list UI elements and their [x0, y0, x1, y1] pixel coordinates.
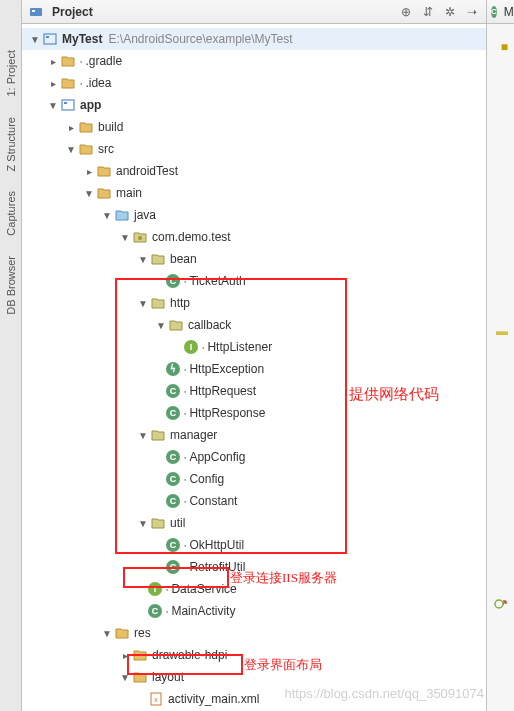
tree-row-idea[interactable]: ▸ ● .idea [22, 72, 486, 94]
svg-rect-3 [46, 36, 49, 38]
tab-db-browser[interactable]: DB Browser [3, 246, 19, 325]
interface-icon: I [184, 340, 198, 354]
project-tab-bar: Project ⊕ ⇵ ✲ ➝ [22, 0, 486, 24]
package-icon [150, 427, 166, 443]
tree-row-mainactivity[interactable]: C ● MainActivity [22, 600, 486, 622]
class-icon: C [166, 560, 180, 574]
svg-point-6 [138, 236, 142, 240]
project-view-icon [28, 4, 44, 20]
chevron-down-icon[interactable]: ▼ [100, 626, 114, 640]
tree-row-package[interactable]: ▼ com.demo.test [22, 226, 486, 248]
chevron-down-icon[interactable]: ▼ [154, 318, 168, 332]
folder-icon [78, 119, 94, 135]
svg-point-9 [495, 600, 503, 608]
chevron-down-icon[interactable]: ▼ [82, 186, 96, 200]
tree-row-httplistener[interactable]: I ● HttpListener [22, 336, 486, 358]
class-icon: C [166, 538, 180, 552]
tab-structure[interactable]: Z Structure [3, 107, 19, 181]
right-editor-strip: C Mai ■ ▬ [486, 0, 514, 711]
chevron-down-icon[interactable]: ▼ [136, 516, 150, 530]
hide-icon[interactable]: ➝ [464, 4, 480, 20]
folder-icon [78, 141, 94, 157]
class-icon: C [166, 450, 180, 464]
annotation-text-login: 登录连接IIS服务器 [230, 569, 337, 587]
class-icon: C [148, 604, 162, 618]
folder-icon [60, 75, 76, 91]
package-icon [132, 229, 148, 245]
target-icon[interactable]: ⊕ [398, 4, 414, 20]
tree-row-build[interactable]: ▸ build [22, 116, 486, 138]
chevron-down-icon[interactable]: ▼ [136, 296, 150, 310]
package-icon [150, 251, 166, 267]
tree-row-manager[interactable]: ▼ manager [22, 424, 486, 446]
gear-icon[interactable]: ✲ [442, 4, 458, 20]
module-icon [42, 31, 58, 47]
chevron-down-icon[interactable]: ▼ [64, 142, 78, 156]
svg-rect-2 [44, 34, 56, 44]
chevron-down-icon[interactable]: ▼ [46, 98, 60, 112]
svg-text:x: x [154, 696, 158, 703]
tree-row-callback[interactable]: ▼ callback [22, 314, 486, 336]
tree-row-src[interactable]: ▼ src [22, 138, 486, 160]
resource-folder-icon [114, 625, 130, 641]
chevron-down-icon[interactable]: ▼ [136, 428, 150, 442]
class-icon: C [166, 494, 180, 508]
vcs-marker-icon[interactable] [494, 597, 508, 611]
tree-row-appconfig[interactable]: C ● AppConfig [22, 446, 486, 468]
tree-row-root[interactable]: ▼ MyTest E:\AndroidSource\example\MyTest [22, 28, 486, 50]
tree-row-http[interactable]: ▼ http [22, 292, 486, 314]
package-icon [150, 295, 166, 311]
chevron-down-icon[interactable]: ▼ [100, 208, 114, 222]
project-name: MyTest [62, 32, 102, 46]
class-icon: C [166, 384, 180, 398]
warning-marker[interactable]: ■ [501, 40, 508, 54]
warning-marker[interactable]: ▬ [496, 324, 508, 338]
tree-row-java[interactable]: ▼ java [22, 204, 486, 226]
interface-icon: I [148, 582, 162, 596]
tree-row-app[interactable]: ▼ app [22, 94, 486, 116]
tree-row-httpexception[interactable]: ϟ ● HttpException [22, 358, 486, 380]
tab-captures[interactable]: Captures [3, 181, 19, 246]
class-icon: C [491, 6, 497, 18]
annotation-text-layout: 登录界面布局 [244, 656, 322, 674]
tree-row-androidtest[interactable]: ▸ androidTest [22, 160, 486, 182]
tree-row-config[interactable]: C ● Config [22, 468, 486, 490]
class-icon: C [166, 472, 180, 486]
tree-row-activity-main[interactable]: x activity_main.xml [22, 688, 486, 710]
chevron-right-icon[interactable]: ▸ [46, 76, 60, 90]
tree-row-constant[interactable]: C ● Constant [22, 490, 486, 512]
exception-icon: ϟ [166, 362, 180, 376]
chevron-right-icon[interactable]: ▸ [82, 164, 96, 178]
expand-icon[interactable]: ⇵ [420, 4, 436, 20]
tree-row-httpresponse[interactable]: C ● HttpResponse [22, 402, 486, 424]
project-path: E:\AndroidSource\example\MyTest [108, 32, 292, 46]
chevron-right-icon[interactable]: ▸ [118, 648, 132, 662]
folder-icon [96, 185, 112, 201]
project-tab[interactable]: Project [28, 4, 93, 20]
tree-row-ticketauth[interactable]: C ● TicketAuth [22, 270, 486, 292]
chevron-right-icon[interactable]: ▸ [64, 120, 78, 134]
folder-icon [60, 53, 76, 69]
project-tree[interactable]: ▼ MyTest E:\AndroidSource\example\MyTest… [22, 24, 486, 711]
module-icon [60, 97, 76, 113]
source-folder-icon [114, 207, 130, 223]
tree-row-gradle[interactable]: ▸ ● .gradle [22, 50, 486, 72]
tree-row-res[interactable]: ▼ res [22, 622, 486, 644]
svg-rect-0 [30, 8, 42, 16]
chevron-down-icon[interactable]: ▼ [118, 230, 132, 244]
editor-tab-main[interactable]: C Mai [487, 0, 514, 24]
tree-row-main[interactable]: ▼ main [22, 182, 486, 204]
chevron-down-icon[interactable]: ▼ [136, 252, 150, 266]
tab-project[interactable]: 1: Project [3, 40, 19, 107]
tree-row-util[interactable]: ▼ util [22, 512, 486, 534]
svg-rect-1 [32, 10, 35, 12]
chevron-right-icon[interactable]: ▸ [46, 54, 60, 68]
tree-row-bean[interactable]: ▼ bean [22, 248, 486, 270]
project-panel: Project ⊕ ⇵ ✲ ➝ ▼ MyTest E:\AndroidSourc… [22, 0, 486, 711]
chevron-down-icon[interactable]: ▼ [118, 670, 132, 684]
class-icon: C [166, 406, 180, 420]
chevron-down-icon[interactable]: ▼ [28, 32, 42, 46]
tree-row-okhttputil[interactable]: C ● OkHttpUtil [22, 534, 486, 556]
svg-rect-4 [62, 100, 74, 110]
project-toolbar: ⊕ ⇵ ✲ ➝ [398, 4, 480, 20]
